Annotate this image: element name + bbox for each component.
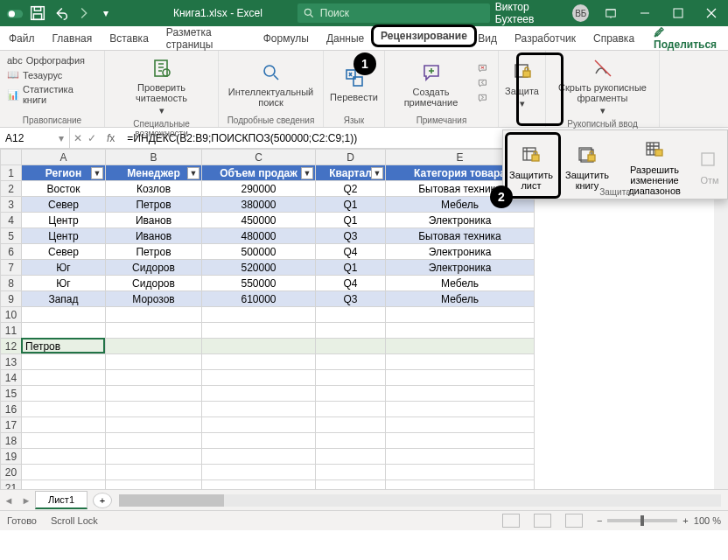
tab-home[interactable]: Главная (44, 26, 102, 50)
data-cell[interactable]: Q4 (316, 276, 386, 291)
data-cell[interactable] (22, 370, 106, 386)
data-cell[interactable]: Восток (22, 181, 106, 197)
zoom-level[interactable]: 100 % (694, 515, 721, 526)
tab-help[interactable]: Справка (584, 26, 643, 50)
search-input[interactable] (320, 7, 485, 19)
smart-lookup-button[interactable]: Интеллектуальный поиск (225, 59, 317, 109)
data-cell[interactable] (386, 307, 535, 323)
grid[interactable]: ABCDE1Регион▼Менеджер▼Объем продаж▼Кварт… (0, 149, 728, 490)
data-cell[interactable]: Иванов (106, 228, 202, 244)
data-cell[interactable] (202, 480, 316, 491)
row-header[interactable]: 9 (1, 291, 22, 307)
data-cell[interactable] (316, 449, 386, 465)
data-cell[interactable] (202, 433, 316, 449)
data-cell[interactable] (386, 323, 535, 339)
data-cell[interactable]: 550000 (202, 276, 316, 291)
data-cell[interactable] (106, 433, 202, 449)
data-cell[interactable] (386, 417, 535, 433)
data-cell[interactable]: 500000 (202, 244, 316, 260)
col-header[interactable]: A (22, 150, 106, 165)
data-cell[interactable]: Запад (22, 291, 106, 307)
minimize-button[interactable] (628, 0, 662, 26)
horizontal-scrollbar[interactable] (119, 494, 721, 507)
view-page-layout-button[interactable] (534, 514, 551, 528)
data-cell[interactable] (316, 402, 386, 417)
data-cell[interactable] (386, 465, 535, 480)
data-cell[interactable] (316, 370, 386, 386)
sheet-tab[interactable]: Лист1 (35, 491, 88, 509)
close-button[interactable] (695, 0, 728, 26)
row-header[interactable]: 21 (1, 480, 22, 491)
hide-ink-button[interactable]: Скрыть рукописные фрагменты ▾ (553, 54, 652, 117)
data-cell[interactable]: Электроника (386, 213, 535, 228)
data-cell[interactable] (106, 465, 202, 480)
data-cell[interactable] (386, 354, 535, 370)
data-cell[interactable] (386, 433, 535, 449)
data-cell[interactable]: Юг (22, 276, 106, 291)
workbook-stats-button[interactable]: 📊Статистика книги (7, 83, 97, 106)
data-cell[interactable] (22, 480, 106, 491)
data-cell[interactable]: Козлов (106, 181, 202, 197)
data-cell[interactable] (386, 480, 535, 491)
data-cell[interactable]: Петров (106, 197, 202, 213)
row-header[interactable]: 19 (1, 449, 22, 465)
data-cell[interactable] (22, 465, 106, 480)
tab-insert[interactable]: Вставка (101, 26, 158, 50)
data-cell[interactable] (386, 370, 535, 386)
data-cell[interactable] (386, 339, 535, 354)
data-cell[interactable] (22, 402, 106, 417)
data-cell[interactable]: Сидоров (106, 276, 202, 291)
data-cell[interactable] (106, 339, 202, 354)
undo-button[interactable] (51, 4, 70, 23)
accept-formula-button[interactable]: ✓ (88, 132, 96, 144)
table-header-cell[interactable]: Менеджер▼ (106, 165, 202, 181)
data-cell[interactable]: Q1 (316, 260, 386, 276)
data-cell[interactable] (106, 370, 202, 386)
col-header[interactable]: D (316, 150, 386, 165)
data-cell[interactable] (22, 307, 106, 323)
data-cell[interactable] (316, 417, 386, 433)
add-sheet-button[interactable]: + (93, 493, 112, 508)
new-comment-button[interactable]: Создать примечание (392, 59, 470, 109)
tab-formulas[interactable]: Формулы (255, 26, 318, 50)
tab-developer[interactable]: Разработчик (506, 26, 584, 50)
data-cell[interactable] (386, 402, 535, 417)
data-cell[interactable] (106, 480, 202, 491)
filter-dropdown-icon[interactable]: ▼ (371, 167, 383, 179)
view-normal-button[interactable] (502, 514, 520, 528)
data-cell[interactable] (106, 449, 202, 465)
zoom-out-button[interactable]: − (597, 515, 602, 526)
data-cell[interactable]: Сидоров (106, 260, 202, 276)
data-cell[interactable] (316, 339, 386, 354)
table-header-cell[interactable]: Квартал▼ (316, 165, 386, 181)
cancel-formula-button[interactable]: ✕ (74, 132, 82, 144)
row-header[interactable]: 10 (1, 307, 22, 323)
qat-more[interactable]: ▾ (96, 4, 116, 23)
data-cell[interactable] (22, 449, 106, 465)
data-cell[interactable] (202, 465, 316, 480)
filter-dropdown-icon[interactable]: ▼ (301, 167, 313, 179)
data-cell[interactable]: 610000 (202, 291, 316, 307)
data-cell[interactable] (106, 417, 202, 433)
col-header[interactable]: B (106, 150, 202, 165)
data-cell[interactable] (106, 354, 202, 370)
vertical-scrollbar[interactable] (714, 164, 728, 489)
thesaurus-button[interactable]: 📖Тезаурус (7, 68, 62, 81)
data-cell[interactable] (316, 354, 386, 370)
data-cell[interactable]: Морозов (106, 291, 202, 307)
data-cell[interactable] (202, 339, 316, 354)
share-button[interactable]: 🖉 Поделиться (643, 26, 728, 51)
data-cell[interactable]: Q3 (316, 291, 386, 307)
data-cell[interactable]: Электроника (386, 244, 535, 260)
prev-comment-button[interactable] (475, 78, 491, 90)
data-cell[interactable] (22, 417, 106, 433)
data-cell[interactable]: Бытовая техника (386, 228, 535, 244)
row-header[interactable]: 18 (1, 433, 22, 449)
row-header[interactable]: 4 (1, 213, 22, 228)
data-cell[interactable]: Север (22, 197, 106, 213)
row-header[interactable]: 2 (1, 181, 22, 197)
data-cell[interactable]: Юг (22, 260, 106, 276)
data-cell[interactable]: Мебель (386, 276, 535, 291)
data-cell[interactable] (106, 402, 202, 417)
data-cell[interactable] (106, 307, 202, 323)
